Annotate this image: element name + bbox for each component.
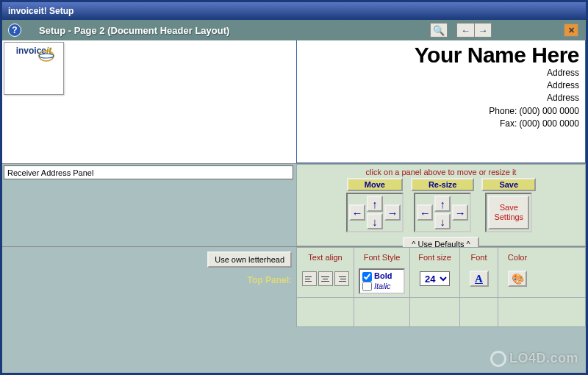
next-button[interactable]: →	[474, 23, 492, 38]
globe-icon	[35, 49, 57, 63]
toolbar-buttons: 🔍 ← →	[430, 23, 492, 38]
window-title: invoiceit! Setup	[8, 6, 74, 16]
font-style-head: Font Style	[359, 251, 405, 264]
italic-option[interactable]: Italic	[362, 282, 401, 292]
bottom-left: Use own letterhead Top Panel:	[2, 247, 296, 327]
align-left-button[interactable]	[302, 271, 317, 286]
watermark-ring-icon	[490, 351, 506, 367]
phone-line: Phone: (000) 000 0000	[303, 105, 579, 118]
format-panel: Text align Font Style Bold Italic Fon	[296, 247, 586, 327]
logo-panel[interactable]: invoiceit	[4, 42, 64, 95]
font-style-body: Bold Italic	[359, 268, 405, 294]
top-panel-label: Top Panel:	[248, 275, 292, 285]
align-right-button[interactable]	[334, 271, 349, 286]
bold-checkbox[interactable]	[362, 272, 372, 282]
move-arrow-box: ← ↑ ↓ →	[346, 193, 404, 232]
nav-pair: ← →	[456, 23, 492, 38]
mid-area: click on a panel above to move or resize…	[2, 164, 586, 246]
move-label: Move	[347, 178, 403, 191]
resize-vert: ↑ ↓	[434, 196, 451, 229]
close-button[interactable]: ✕	[564, 24, 578, 37]
toolbar: ? Setup - Page 2 (Document Header Layout…	[2, 20, 586, 40]
font-style-col: Font Style Bold Italic	[354, 248, 410, 297]
fax-line: Fax: (000) 000 0000	[303, 118, 579, 130]
close-icon: ✕	[568, 26, 575, 35]
address-line-3: Address	[303, 92, 579, 104]
magnifier-icon: 🔍	[433, 25, 445, 36]
palette-icon: 🎨	[512, 273, 524, 285]
save-box: Save Settings	[485, 193, 532, 232]
use-own-letterhead-button[interactable]: Use own letterhead	[207, 251, 292, 268]
bold-option[interactable]: Bold	[362, 271, 401, 282]
titlebar: invoiceit! Setup	[2, 2, 586, 20]
color-col: Color 🎨	[498, 248, 537, 297]
text-align-col: Text align	[297, 248, 354, 297]
italic-checkbox[interactable]	[362, 282, 372, 291]
resize-arrow-box: ← ↑ ↓ →	[414, 193, 471, 232]
app-window: invoiceit! Setup ? Setup - Page 2 (Docum…	[0, 0, 588, 375]
resize-right-button[interactable]: →	[452, 204, 468, 221]
font-col: Font A	[460, 248, 498, 297]
watermark-text: LO4D.com	[509, 351, 578, 365]
save-label: Save	[481, 178, 536, 191]
move-right-button[interactable]: →	[384, 204, 401, 221]
font-picker-button[interactable]: A	[470, 271, 489, 287]
mid-left	[2, 164, 296, 246]
format-table: Text align Font Style Bold Italic Fon	[297, 248, 585, 297]
color-body: 🎨	[503, 268, 532, 289]
resize-up-button[interactable]: ↑	[434, 196, 451, 212]
bottom-area: Use own letterhead Top Panel: Text align…	[2, 246, 586, 327]
help-icon[interactable]: ?	[8, 24, 21, 37]
panel-controls: click on a panel above to move or resize…	[296, 164, 586, 246]
move-up-button[interactable]: ↑	[367, 196, 383, 212]
resize-left-button[interactable]: ←	[417, 204, 433, 221]
watermark: LO4D.com	[490, 351, 578, 367]
company-name: Your Name Here	[303, 43, 579, 67]
hint-text: click on a panel above to move or resize…	[366, 168, 517, 176]
font-head: Font	[465, 251, 493, 264]
header-layout-area[interactable]: invoiceit Your Name Here Address Address…	[2, 40, 586, 164]
color-head: Color	[503, 251, 532, 264]
resize-down-button[interactable]: ↓	[434, 213, 451, 229]
font-size-select[interactable]: 24	[420, 271, 450, 286]
move-vert: ↑ ↓	[367, 196, 383, 229]
format-row-empty	[297, 297, 585, 326]
svg-point-1	[39, 54, 54, 58]
font-size-body: 24	[415, 268, 455, 289]
address-line-1: Address	[303, 67, 579, 79]
receiver-address-input[interactable]	[4, 165, 293, 179]
text-align-head: Text align	[301, 251, 349, 264]
address-line-2: Address	[303, 79, 579, 92]
svg-point-0	[39, 51, 54, 61]
font-body: A	[465, 268, 493, 289]
page-title: Setup - Page 2 (Document Header Layout)	[39, 25, 430, 36]
save-settings-button[interactable]: Save Settings	[488, 196, 529, 229]
prev-button[interactable]: ←	[456, 23, 474, 38]
bold-label: Bold	[374, 271, 392, 280]
resize-group: Re-size ← ↑ ↓ →	[411, 178, 475, 232]
font-size-col: Font size 24	[410, 248, 460, 297]
move-down-button[interactable]: ↓	[367, 213, 383, 229]
save-group: Save Save Settings	[481, 178, 536, 232]
move-group: Move ← ↑ ↓ →	[346, 178, 404, 232]
font-size-head: Font size	[415, 251, 455, 264]
company-panel[interactable]: Your Name Here Address Address Address P…	[296, 40, 586, 163]
preview-button[interactable]: 🔍	[430, 23, 448, 38]
color-picker-button[interactable]: 🎨	[508, 271, 527, 287]
align-center-button[interactable]	[318, 271, 333, 286]
align-buttons	[301, 268, 349, 289]
italic-label: Italic	[374, 282, 391, 290]
move-left-button[interactable]: ←	[349, 204, 365, 221]
resize-label: Re-size	[411, 178, 475, 191]
control-groups: Move ← ↑ ↓ → Re-size ←	[346, 178, 536, 232]
